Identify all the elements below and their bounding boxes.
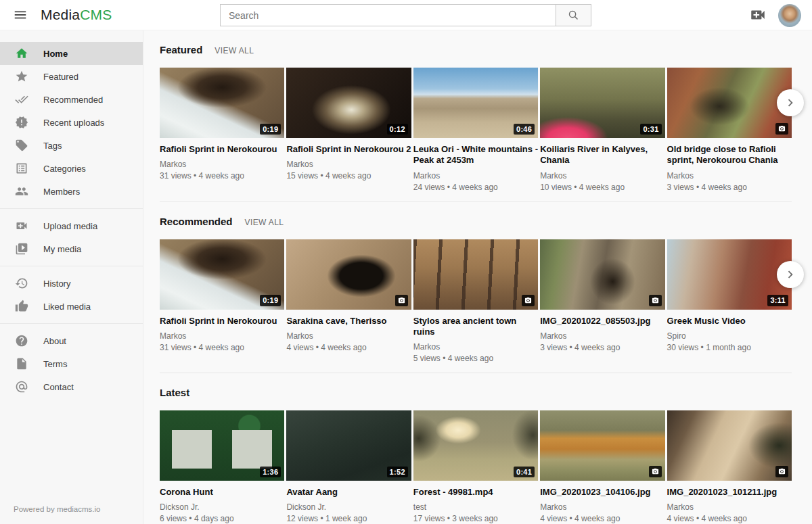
logo[interactable]: MediaCMS — [41, 7, 112, 23]
media-thumbnail[interactable] — [667, 68, 792, 138]
media-card[interactable]: 0:31 Koiliaris River in Kalyves, Chania … — [540, 68, 664, 192]
media-card[interactable]: Sarakina cave, Therisso Markos 4 views •… — [286, 239, 411, 364]
media-author[interactable]: Markos — [160, 160, 284, 169]
media-title[interactable]: Rafioli Sprint in Nerokourou 2 — [286, 144, 411, 155]
sidebar-item-label: My media — [43, 244, 81, 254]
section-title: Featured — [160, 44, 202, 55]
media-card[interactable]: 1:36 Corona Hunt Dickson Jr. 6 views • 4… — [160, 410, 284, 523]
media-author[interactable]: Markos — [540, 331, 664, 341]
media-title[interactable]: Greek Music Video — [667, 316, 792, 327]
section-title: Latest — [160, 387, 189, 398]
sidebar-item-contact[interactable]: Contact — [0, 375, 143, 398]
media-card[interactable]: IMG_20201023_104106.jpg Markos 4 views •… — [540, 410, 664, 523]
media-card[interactable]: 3:11 Greek Music Video Spiro 30 views • … — [667, 239, 792, 364]
image-type-icon — [649, 295, 662, 306]
sidebar-item-recent-uploads[interactable]: Recent uploads — [0, 111, 143, 134]
media-title[interactable]: Leuka Ori - White mountains - Peak at 24… — [413, 144, 538, 166]
media-card[interactable]: Stylos area ancient town ruins Markos 5 … — [413, 239, 538, 364]
sidebar-item-upload-media[interactable]: Upload media — [0, 214, 143, 237]
menu-button[interactable] — [9, 5, 31, 26]
media-title[interactable]: Rafioli Sprint in Nerokourou — [160, 316, 284, 327]
sidebar-item-liked-media[interactable]: Liked media — [0, 295, 143, 318]
media-thumbnail[interactable] — [413, 239, 538, 310]
media-thumbnail[interactable] — [540, 239, 664, 310]
sidebar-item-my-media[interactable]: My media — [0, 237, 143, 260]
media-thumbnail[interactable]: 0:46 — [413, 68, 538, 138]
duration-badge: 0:31 — [640, 124, 661, 135]
image-type-icon — [775, 466, 788, 477]
media-author[interactable]: Spiro — [667, 331, 792, 341]
media-thumbnail[interactable] — [286, 239, 411, 310]
media-author[interactable]: test — [413, 502, 538, 512]
sidebar-item-categories[interactable]: Categories — [0, 157, 143, 180]
media-title[interactable]: Forest - 49981.mp4 — [413, 487, 538, 498]
media-thumbnail[interactable]: 0:19 — [160, 68, 284, 138]
media-author[interactable]: Dickson Jr. — [286, 502, 411, 512]
sidebar-footer-text: Powered by mediacms.io — [0, 496, 143, 524]
media-author[interactable]: Markos — [667, 171, 792, 181]
next-arrow-button[interactable] — [777, 261, 804, 288]
sidebar-item-members[interactable]: Members — [0, 180, 143, 203]
media-card[interactable]: 0:19 Rafioli Sprint in Nerokourou Markos… — [160, 68, 284, 192]
media-thumbnail[interactable] — [540, 410, 664, 481]
view-all-link[interactable]: VIEW ALL — [215, 46, 254, 55]
sidebar-item-about[interactable]: About — [0, 329, 143, 352]
image-type-icon — [649, 466, 662, 477]
section-header: Recommended VIEW ALL — [160, 216, 792, 227]
media-author[interactable]: Markos — [160, 331, 284, 341]
sidebar-divider — [0, 208, 143, 209]
media-thumbnail[interactable]: 1:36 — [160, 410, 284, 481]
media-thumbnail[interactable]: 1:52 — [286, 410, 411, 481]
user-avatar[interactable] — [778, 4, 801, 27]
search-button[interactable] — [556, 4, 591, 26]
duration-badge: 1:52 — [387, 467, 408, 477]
media-card[interactable]: 0:41 Forest - 49981.mp4 test 17 views • … — [413, 410, 538, 523]
sidebar: Home Featured Recommended Recent uploads… — [0, 30, 143, 524]
sidebar-item-featured[interactable]: Featured — [0, 65, 143, 88]
media-title[interactable]: IMG_20201023_104106.jpg — [540, 487, 664, 498]
media-author[interactable]: Dickson Jr. — [160, 502, 284, 512]
media-author[interactable]: Markos — [286, 160, 411, 169]
media-title[interactable]: IMG_20201022_085503.jpg — [540, 316, 664, 327]
media-thumbnail[interactable]: 0:31 — [540, 68, 664, 138]
media-card[interactable]: Old bridge close to Rafioli sprint, Nero… — [667, 68, 792, 192]
media-card[interactable]: IMG_20201023_101211.jpg Markos 4 views •… — [667, 410, 792, 523]
media-author[interactable]: Markos — [413, 342, 538, 352]
media-author[interactable]: Markos — [286, 331, 411, 341]
media-author[interactable]: Markos — [413, 171, 538, 181]
sidebar-item-recommended[interactable]: Recommended — [0, 88, 143, 111]
media-title[interactable]: IMG_20201023_101211.jpg — [667, 487, 792, 498]
duration-badge: 0:46 — [514, 124, 535, 135]
sidebar-item-label: Tags — [43, 141, 62, 151]
view-all-link[interactable]: VIEW ALL — [245, 218, 284, 227]
media-card[interactable]: 0:19 Rafioli Sprint in Nerokourou Markos… — [160, 239, 284, 364]
media-card[interactable]: 0:12 Rafioli Sprint in Nerokourou 2 Mark… — [286, 68, 411, 192]
media-title[interactable]: Sarakina cave, Therisso — [286, 316, 411, 327]
media-thumbnail[interactable] — [667, 410, 792, 481]
search-input[interactable] — [220, 4, 556, 26]
media-meta: 4 views • 4 weeks ago — [540, 514, 664, 523]
media-title[interactable]: Corona Hunt — [160, 487, 284, 498]
media-thumbnail[interactable]: 0:41 — [413, 410, 538, 481]
media-title[interactable]: Old bridge close to Rafioli sprint, Nero… — [667, 144, 792, 166]
sidebar-item-terms[interactable]: Terms — [0, 352, 143, 375]
sidebar-item-home[interactable]: Home — [0, 42, 143, 65]
sidebar-item-history[interactable]: History — [0, 272, 143, 295]
media-author[interactable]: Markos — [540, 502, 664, 512]
media-title[interactable]: Stylos area ancient town ruins — [413, 316, 538, 338]
media-author[interactable]: Markos — [667, 502, 792, 512]
media-thumbnail[interactable]: 0:12 — [286, 68, 411, 138]
media-author[interactable]: Markos — [540, 171, 664, 181]
media-title[interactable]: Koiliaris River in Kalyves, Chania — [540, 144, 664, 166]
media-title[interactable]: Rafioli Sprint in Nerokourou — [160, 144, 284, 155]
media-thumbnail[interactable]: 3:11 — [667, 239, 792, 310]
sidebar-item-tags[interactable]: Tags — [0, 134, 143, 157]
media-title[interactable]: Avatar Aang — [286, 487, 411, 498]
search-icon — [568, 9, 579, 21]
media-card[interactable]: 0:46 Leuka Ori - White mountains - Peak … — [413, 68, 538, 192]
media-card[interactable]: IMG_20201022_085503.jpg Markos 3 views •… — [540, 239, 664, 364]
upload-media-header-button[interactable] — [748, 6, 767, 25]
media-card[interactable]: 1:52 Avatar Aang Dickson Jr. 12 views • … — [286, 410, 411, 523]
media-thumbnail[interactable]: 0:19 — [160, 239, 284, 310]
next-arrow-button[interactable] — [777, 89, 804, 116]
